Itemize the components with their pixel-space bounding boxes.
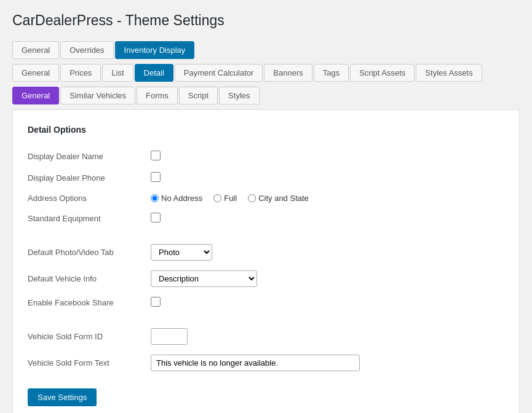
row-default-vehicle-info: Default Vehicle Info Description Feature… (28, 266, 504, 292)
tabs-level2: General Prices List Detail Payment Calcu… (12, 64, 520, 82)
input-vehicle-sold-form-id[interactable] (151, 328, 188, 345)
tab-similar-vehicles-l3[interactable]: Similar Vehicles (60, 87, 135, 104)
select-default-vehicle-info[interactable]: Description Features Standard Equipment (151, 270, 257, 287)
radio-text-full: Full (224, 194, 237, 203)
tab-payment-calculator-l2[interactable]: Payment Calculator (175, 64, 263, 82)
label-enable-facebook-share: Enable Facebook Share (28, 292, 151, 313)
radio-label-no-address[interactable]: No Address (151, 194, 202, 203)
row-display-dealer-name: Display Dealer Name (28, 146, 504, 167)
tab-general-l2[interactable]: General (12, 64, 59, 82)
radio-label-city-and-state[interactable]: City and State (248, 194, 309, 203)
radio-full[interactable] (213, 194, 221, 202)
content-area: Detail Options Display Dealer Name Displ… (12, 109, 520, 413)
row-separator-1 (28, 229, 504, 239)
tab-prices-l2[interactable]: Prices (60, 64, 101, 82)
checkbox-standard-equipment[interactable] (151, 213, 161, 222)
tab-script-assets-l2[interactable]: Script Assets (350, 64, 415, 82)
label-vehicle-sold-form-text: Vehicle Sold Form Text (28, 350, 151, 376)
tabs-level1: General Overrides Inventory Display (12, 41, 520, 59)
tab-inventory-display-l1[interactable]: Inventory Display (115, 41, 195, 59)
page-title: CarDealerPress - Theme Settings (12, 12, 520, 29)
select-default-photo-video-tab[interactable]: Photo Video (151, 244, 212, 261)
radio-label-full[interactable]: Full (213, 194, 237, 203)
row-vehicle-sold-form-text: Vehicle Sold Form Text (28, 350, 504, 376)
tabs-level3: General Similar Vehicles Forms Script St… (12, 87, 520, 104)
tab-forms-l3[interactable]: Forms (137, 87, 178, 104)
radio-no-address[interactable] (151, 194, 159, 202)
row-enable-facebook-share: Enable Facebook Share (28, 292, 504, 313)
tab-styles-assets-l2[interactable]: Styles Assets (416, 64, 482, 82)
tab-list-l2[interactable]: List (102, 64, 133, 82)
checkbox-display-dealer-name[interactable] (151, 151, 161, 160)
label-address-options: Address Options (28, 189, 151, 208)
radio-group-address: No Address Full City and State (151, 194, 504, 203)
form-table: Display Dealer Name Display Dealer Phone… (28, 146, 504, 376)
tab-general-l3[interactable]: General (12, 87, 59, 104)
save-settings-button[interactable]: Save Settings (28, 388, 97, 406)
tab-script-l3[interactable]: Script (179, 87, 218, 104)
checkbox-display-dealer-phone[interactable] (151, 172, 161, 182)
tab-detail-l2[interactable]: Detail (135, 64, 173, 82)
label-display-dealer-phone: Display Dealer Phone (28, 167, 151, 189)
tab-tags-l2[interactable]: Tags (314, 64, 349, 82)
row-separator-2 (28, 313, 504, 323)
row-default-photo-video-tab: Default Photo/Video Tab Photo Video (28, 239, 504, 266)
radio-text-no-address: No Address (161, 194, 202, 203)
input-vehicle-sold-form-text[interactable] (151, 355, 360, 371)
radio-city-and-state[interactable] (248, 194, 256, 202)
tab-banners-l2[interactable]: Banners (264, 64, 312, 82)
row-vehicle-sold-form-id: Vehicle Sold Form ID (28, 323, 504, 350)
tab-overrides-l1[interactable]: Overrides (60, 41, 113, 59)
checkbox-enable-facebook-share[interactable] (151, 297, 161, 307)
label-vehicle-sold-form-id: Vehicle Sold Form ID (28, 323, 151, 350)
label-default-photo-video-tab: Default Photo/Video Tab (28, 239, 151, 266)
section-title: Detail Options (28, 125, 504, 135)
row-display-dealer-phone: Display Dealer Phone (28, 167, 504, 189)
label-standard-equipment: Standard Equipment (28, 208, 151, 229)
radio-text-city-and-state: City and State (258, 194, 309, 203)
label-default-vehicle-info: Default Vehicle Info (28, 266, 151, 292)
tab-styles-l3[interactable]: Styles (219, 87, 259, 104)
row-standard-equipment: Standard Equipment (28, 208, 504, 229)
row-address-options: Address Options No Address Full (28, 189, 504, 208)
tab-general-l1[interactable]: General (12, 41, 59, 59)
label-display-dealer-name: Display Dealer Name (28, 146, 151, 167)
